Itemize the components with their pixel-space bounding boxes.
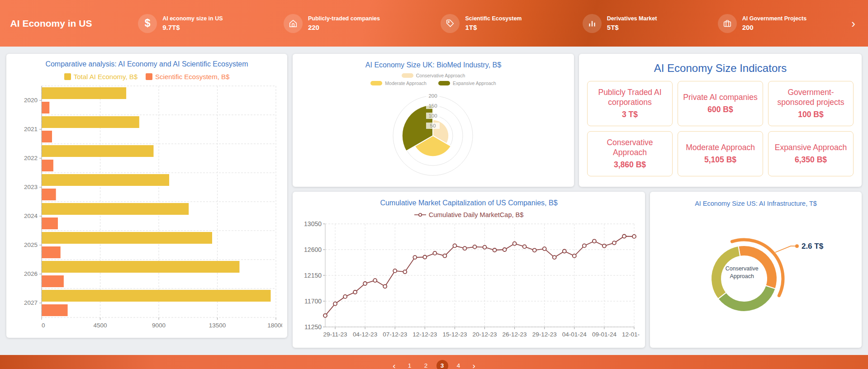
rose-legend-item-2[interactable]: Moderate Approach xyxy=(370,80,427,86)
marketcap-line-chart[interactable]: 112501170012150126001305029-11-2304-12-2… xyxy=(297,219,640,341)
indicator-card-1[interactable]: Publicly Traded AI corporations3 T$ xyxy=(587,81,673,126)
donut-segment-2[interactable] xyxy=(718,286,776,312)
indicator-card-2[interactable]: Private AI companies600 B$ xyxy=(678,81,763,126)
rose-chart[interactable]: 50100150200 xyxy=(297,88,569,179)
x-tick-label: 20-12-23 xyxy=(472,331,497,338)
bar-total-economy-2026[interactable] xyxy=(42,261,239,273)
data-point-31[interactable] xyxy=(632,235,636,238)
page-button-1[interactable]: 1 xyxy=(404,360,416,369)
year-label: 2021 xyxy=(24,126,38,132)
data-point-1[interactable] xyxy=(333,302,337,306)
rose-chart-title: AI Economy Size UK: BioMed Industry, B$ xyxy=(297,61,569,69)
data-point-19[interactable] xyxy=(513,242,517,246)
line-legend-marker-icon xyxy=(414,213,426,217)
bar-scientific-2027[interactable] xyxy=(42,304,68,316)
data-point-14[interactable] xyxy=(463,246,467,250)
bar-total-economy-2024[interactable] xyxy=(42,203,189,215)
dashboard-body: Comparative analysis: AI Economy and AI … xyxy=(0,47,868,348)
x-tick-label: 12-01-24 xyxy=(622,331,640,338)
indicator-label: Moderate Approach xyxy=(686,143,755,153)
bar-scientific-2026[interactable] xyxy=(42,275,64,287)
indicator-label: Expansive Approach xyxy=(775,143,847,153)
bar-scientific-2021[interactable] xyxy=(42,131,52,142)
indicator-label: Private AI companies xyxy=(683,93,757,103)
indicator-card-6[interactable]: Expansive Approach6,350 B$ xyxy=(768,131,854,176)
legend-item-economy[interactable]: Total AI Economy, B$ xyxy=(64,73,138,80)
data-point-11[interactable] xyxy=(433,251,436,255)
marketcap-line[interactable] xyxy=(325,237,634,316)
data-point-24[interactable] xyxy=(563,250,566,253)
data-point-12[interactable] xyxy=(443,254,446,258)
y-tick-label: 13050 xyxy=(304,220,322,227)
kpi-item-2[interactable]: Publicly-traded companies220 xyxy=(284,14,380,33)
page-next-arrow[interactable]: › xyxy=(469,361,479,369)
data-point-16[interactable] xyxy=(483,246,487,249)
data-point-8[interactable] xyxy=(403,270,407,274)
rose-legend-item-1[interactable]: Conservative Approach xyxy=(402,73,465,78)
data-point-30[interactable] xyxy=(622,235,626,238)
data-point-5[interactable] xyxy=(373,279,377,282)
data-point-6[interactable] xyxy=(383,284,387,288)
data-point-9[interactable] xyxy=(413,255,417,259)
page-button-4[interactable]: 4 xyxy=(453,360,465,369)
data-point-27[interactable] xyxy=(593,239,596,243)
page-prev-arrow[interactable]: ‹ xyxy=(389,361,399,369)
data-point-28[interactable] xyxy=(602,244,606,248)
legend-item-scientific[interactable]: Scientific Ecosystem, B$ xyxy=(146,73,229,80)
kpi-label: Derivatives Market xyxy=(607,15,657,22)
kpi-label: AI economy size in US xyxy=(162,15,223,22)
data-point-10[interactable] xyxy=(423,255,427,259)
data-point-3[interactable] xyxy=(353,290,357,294)
kpi-item-1[interactable]: $AI economy size in US9.7T$ xyxy=(138,14,223,33)
data-point-20[interactable] xyxy=(523,245,526,248)
bar-total-economy-2023[interactable] xyxy=(42,174,169,186)
data-point-7[interactable] xyxy=(393,269,397,273)
data-point-18[interactable] xyxy=(503,248,507,251)
data-point-23[interactable] xyxy=(553,255,556,259)
rose-legend-item-3[interactable]: Expansive Approach xyxy=(438,80,496,86)
data-point-2[interactable] xyxy=(343,295,347,298)
bar-total-economy-2027[interactable] xyxy=(42,290,270,302)
kpi-item-3[interactable]: Scientific Ecosystem1T$ xyxy=(441,14,522,33)
comparative-bar-chart[interactable]: 0450090001350018000202020212022202320242… xyxy=(11,82,282,330)
x-tick-label: 07-12-23 xyxy=(383,331,407,338)
data-point-26[interactable] xyxy=(583,244,586,247)
kpi-value: 5T$ xyxy=(607,24,657,31)
bar-total-economy-2022[interactable] xyxy=(42,145,153,157)
year-label: 2026 xyxy=(24,270,38,277)
bar-total-economy-2021[interactable] xyxy=(42,116,139,128)
kpi-item-4[interactable]: Derivatives Market5T$ xyxy=(583,14,657,33)
chevron-right-icon[interactable]: › xyxy=(850,18,856,29)
indicator-card-3[interactable]: Government-sponsored projects100 B$ xyxy=(768,81,854,126)
data-point-21[interactable] xyxy=(533,248,536,252)
data-point-4[interactable] xyxy=(363,282,367,285)
indicator-card-5[interactable]: Moderate Approach5,105 B$ xyxy=(678,131,763,176)
data-point-15[interactable] xyxy=(473,245,477,249)
bar-scientific-2022[interactable] xyxy=(42,160,53,171)
bar-scientific-2025[interactable] xyxy=(42,246,61,258)
data-point-0[interactable] xyxy=(323,314,327,317)
page-button-2[interactable]: 2 xyxy=(420,360,432,369)
donut-chart-panel: AI Economy Size US: AI Infrastructure, T… xyxy=(650,192,862,348)
legend-label: Moderate Approach xyxy=(385,80,427,86)
page-button-3[interactable]: 3 xyxy=(436,360,448,369)
bar-total-economy-2020[interactable] xyxy=(42,87,126,99)
data-point-22[interactable] xyxy=(543,247,546,251)
rose-chart-legend: Conservative ApproachModerate ApproachEx… xyxy=(297,73,569,86)
data-point-29[interactable] xyxy=(612,241,616,245)
bar-scientific-2023[interactable] xyxy=(42,189,56,200)
data-point-13[interactable] xyxy=(453,244,456,247)
legend-swatch xyxy=(402,73,413,78)
donut-center-label: Conservative Approach xyxy=(717,265,767,280)
bar-total-economy-2025[interactable] xyxy=(42,232,212,244)
bar-scientific-2020[interactable] xyxy=(42,102,49,114)
indicator-card-4[interactable]: Conservative Approach3,860 B$ xyxy=(587,131,673,176)
data-point-25[interactable] xyxy=(573,254,576,258)
line-chart-legend[interactable]: Cumulative Daily MarketCap, B$ xyxy=(297,211,640,218)
data-point-17[interactable] xyxy=(493,248,497,252)
kpi-item-5[interactable]: AI Government Projects200 xyxy=(718,14,806,33)
bar-scientific-2024[interactable] xyxy=(42,218,58,229)
legend-swatch xyxy=(146,73,152,80)
x-tick-label: 29-12-23 xyxy=(532,331,557,338)
legend-label: Scientific Ecosystem, B$ xyxy=(155,73,229,80)
